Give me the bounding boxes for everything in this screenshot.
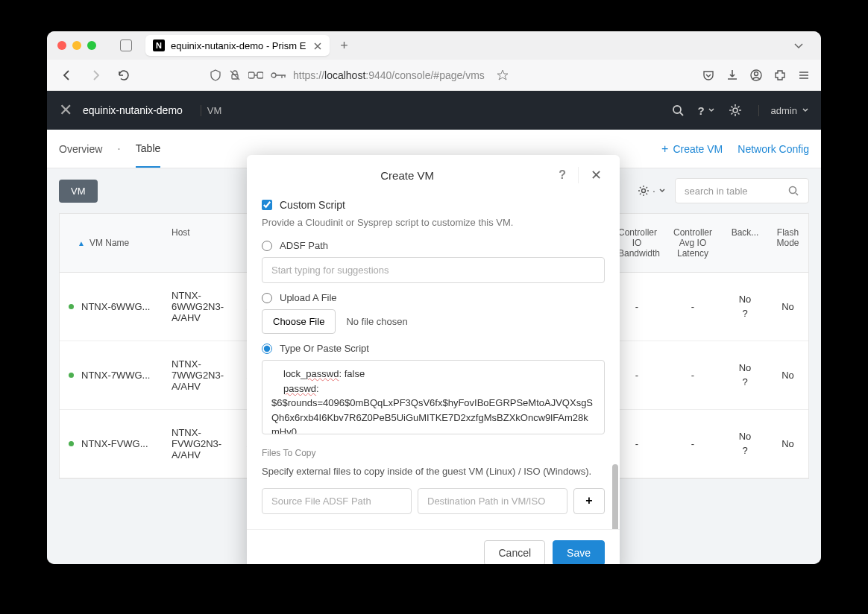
custom-script-label: Custom Script bbox=[280, 199, 345, 211]
modal-close-icon[interactable]: ✕ bbox=[578, 167, 605, 183]
modal-footer: Cancel Save bbox=[247, 529, 620, 565]
col-back[interactable]: Back... bbox=[723, 214, 767, 272]
save-button[interactable]: Save bbox=[553, 540, 605, 565]
window-maximize-icon[interactable] bbox=[87, 41, 96, 50]
app: ✕ equinix-nutanix-demo VM ? admin Overvi… bbox=[47, 91, 821, 564]
custom-script-desc: Provide a Cloudinit or Sysprep script to… bbox=[262, 217, 605, 228]
extensions-icon[interactable] bbox=[773, 69, 787, 82]
table-settings-icon[interactable]: · bbox=[638, 185, 666, 197]
url-bar[interactable]: https://localhost:9440/console/#page/vms bbox=[202, 69, 516, 81]
traffic-lights bbox=[57, 41, 96, 50]
window-close-icon[interactable] bbox=[57, 41, 66, 50]
tabs-dropdown-icon[interactable] bbox=[787, 37, 811, 54]
status-dot bbox=[69, 304, 74, 309]
files-to-copy-desc: Specify external files to copy inside of… bbox=[262, 464, 605, 479]
svg-point-6 bbox=[673, 106, 681, 113]
vm-name: NTNX-FVWG... bbox=[81, 438, 148, 449]
col-vm-name[interactable]: ▲VM Name bbox=[60, 214, 164, 272]
help-icon[interactable]: ? bbox=[697, 104, 714, 117]
browser-toolbar: https://localhost:9440/console/#page/vms bbox=[47, 60, 821, 91]
forward-button[interactable] bbox=[86, 66, 105, 85]
col-latency[interactable]: Controller Avg IO Latency bbox=[663, 214, 723, 272]
logo-icon: ✕ bbox=[59, 101, 69, 120]
new-tab-button[interactable]: + bbox=[340, 38, 348, 54]
svg-rect-2 bbox=[257, 72, 263, 78]
cancel-button[interactable]: Cancel bbox=[484, 540, 545, 565]
pocket-icon[interactable] bbox=[702, 69, 715, 82]
tab-overview[interactable]: Overview bbox=[59, 131, 102, 167]
adsf-path-radio[interactable] bbox=[262, 241, 272, 251]
upload-file-radio[interactable] bbox=[262, 293, 272, 303]
upload-file-label: Upload A File bbox=[280, 292, 337, 303]
add-file-button[interactable]: + bbox=[573, 488, 605, 514]
plus-icon: + bbox=[661, 142, 668, 156]
browser-tab[interactable]: N equinix-nutanix-demo - Prism E bbox=[145, 35, 330, 56]
svg-rect-1 bbox=[248, 72, 254, 78]
files-to-copy-label: Files To Copy bbox=[262, 448, 605, 458]
download-icon[interactable] bbox=[726, 69, 739, 82]
sort-icon: ▲ bbox=[78, 239, 85, 247]
svg-point-5 bbox=[755, 72, 758, 75]
vm-host: NTNX-FVWG2N3-A/AHV bbox=[164, 412, 239, 475]
vm-host: NTNX-7WWG2N3-A/AHV bbox=[164, 344, 239, 407]
search-input[interactable]: search in table bbox=[675, 178, 809, 203]
app-header: ✕ equinix-nutanix-demo VM ? admin bbox=[47, 91, 821, 130]
gear-icon[interactable] bbox=[729, 104, 742, 117]
network-config-link[interactable]: Network Config bbox=[738, 143, 809, 155]
col-host[interactable]: Host bbox=[164, 214, 239, 272]
section-label[interactable]: VM bbox=[201, 105, 228, 116]
tab-title: equinix-nutanix-demo - Prism E bbox=[171, 40, 306, 51]
cluster-name[interactable]: equinix-nutanix-demo bbox=[83, 104, 183, 116]
script-textarea[interactable]: lock_passwd: false passwd: $6$rounds=409… bbox=[262, 360, 605, 434]
scrollbar[interactable] bbox=[611, 196, 618, 529]
type-script-radio[interactable] bbox=[262, 344, 272, 354]
url-security-icons bbox=[210, 69, 287, 81]
vm-host: NTNX-6WWG2N3-A/AHV bbox=[164, 275, 239, 338]
modal-help-icon[interactable]: ? bbox=[553, 168, 572, 182]
adsf-path-input[interactable] bbox=[262, 257, 605, 283]
toolbar-right bbox=[702, 69, 811, 82]
svg-point-9 bbox=[790, 187, 796, 194]
filter-pill[interactable]: VM bbox=[59, 180, 98, 203]
bookmark-icon[interactable] bbox=[497, 69, 509, 81]
user-menu[interactable]: admin bbox=[758, 105, 809, 116]
sidebar-icon[interactable] bbox=[120, 39, 132, 51]
custom-script-checkbox[interactable] bbox=[262, 200, 272, 210]
window-minimize-icon[interactable] bbox=[72, 41, 81, 50]
svg-point-3 bbox=[271, 73, 276, 77]
titlebar: N equinix-nutanix-demo - Prism E + bbox=[47, 31, 821, 60]
vm-name: NTNX-6WWG... bbox=[81, 301, 150, 312]
search-icon bbox=[787, 185, 799, 197]
modal-title: Create VM bbox=[262, 169, 553, 182]
status-dot bbox=[69, 373, 74, 378]
type-script-label: Type Or Paste Script bbox=[280, 343, 369, 354]
reload-button[interactable] bbox=[114, 66, 133, 85]
close-icon[interactable] bbox=[312, 40, 322, 51]
svg-point-8 bbox=[642, 189, 646, 193]
file-status: No file chosen bbox=[346, 316, 407, 327]
status-dot bbox=[69, 441, 74, 446]
adsf-path-label: ADSF Path bbox=[280, 240, 328, 251]
create-vm-modal: Create VM ? ✕ Custom Script Provide a Cl… bbox=[247, 155, 620, 564]
tab-table[interactable]: Table bbox=[136, 130, 160, 168]
back-button[interactable] bbox=[57, 66, 77, 85]
choose-file-button[interactable]: Choose File bbox=[262, 309, 336, 334]
modal-body: Custom Script Provide a Cloudinit or Sys… bbox=[247, 196, 620, 529]
account-icon[interactable] bbox=[749, 69, 763, 82]
url-text: https://localhost:9440/console/#page/vms bbox=[293, 69, 485, 81]
source-path-input[interactable] bbox=[262, 488, 412, 514]
modal-header: Create VM ? ✕ bbox=[247, 155, 620, 196]
create-vm-link[interactable]: Create VM bbox=[673, 143, 723, 155]
scrollbar-thumb[interactable] bbox=[612, 464, 618, 529]
dest-path-input[interactable] bbox=[418, 488, 567, 514]
browser-window: N equinix-nutanix-demo - Prism E + https… bbox=[47, 31, 821, 564]
menu-icon[interactable] bbox=[797, 69, 811, 82]
search-icon[interactable] bbox=[672, 104, 684, 116]
tab-favicon: N bbox=[153, 39, 165, 51]
col-flash[interactable]: Flash Mode bbox=[767, 214, 808, 272]
vm-name: NTNX-7WWG... bbox=[81, 370, 150, 381]
svg-point-7 bbox=[733, 108, 738, 113]
